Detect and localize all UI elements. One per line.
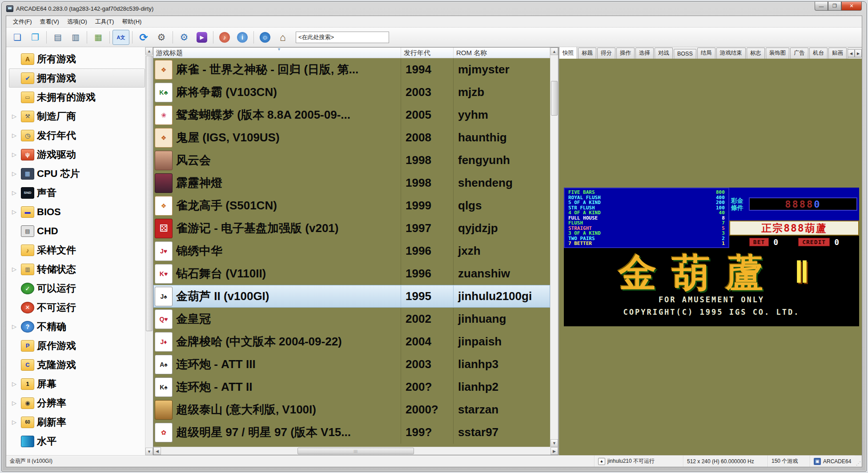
snapshot-tab[interactable]: 标题	[578, 48, 596, 59]
icon-view-button[interactable]: ▦	[90, 30, 107, 45]
tab-scroll-left-icon[interactable]: ◀	[848, 49, 855, 57]
snapshot-tab[interactable]: 机台	[809, 48, 828, 59]
menu-item[interactable]: 工具(T)	[91, 16, 118, 28]
expander-arrow-icon[interactable]: ▷	[10, 132, 18, 139]
restore-button[interactable]: ❐	[828, 2, 841, 11]
expander-arrow-icon[interactable]: ▷	[10, 419, 18, 425]
column-header-year[interactable]: 发行年代	[401, 48, 454, 58]
game-row[interactable]: K♣ 麻将争霸 (V103CN) 2003 mjzb	[153, 81, 550, 104]
snapshot-tab[interactable]: 标志	[747, 48, 765, 59]
tab-scroll-right-icon[interactable]: ▶	[855, 49, 862, 57]
menu-item[interactable]: 选项(O)	[63, 16, 91, 28]
scroll-down-icon[interactable]: ▼	[145, 448, 153, 455]
snapshot-tab[interactable]: 操作	[616, 48, 635, 59]
snapshot-tab[interactable]: 选择	[635, 48, 654, 59]
sidebar-item[interactable]: ▷ SND 声音	[9, 183, 145, 202]
scroll-up-icon[interactable]: ▲	[145, 47, 153, 55]
game-row[interactable]: J♠ 金葫芦 II (v100GI) 1995 jinhulu2100gi	[153, 285, 550, 308]
sidebar-item[interactable]: 水平	[9, 432, 145, 451]
close-button[interactable]: ✕	[841, 2, 862, 11]
home-button[interactable]: ⌂	[274, 30, 291, 45]
game-row[interactable]: K♥ 钻石舞台 (V110II) 1996 zuanshiw	[153, 262, 550, 285]
snapshot-tab[interactable]: 结局	[697, 48, 715, 59]
sidebar-scrollbar[interactable]: ▲ ▼	[145, 47, 153, 455]
game-row[interactable]: Q♥ 金皇冠 2002 jinhuang	[153, 308, 550, 330]
expander-arrow-icon[interactable]: ▷	[10, 266, 18, 273]
sidebar-item[interactable]: ▷ 1 屏幕	[9, 374, 145, 393]
game-row[interactable]: 超级泰山 (意大利版, V100I) 2000? starzan	[153, 398, 550, 421]
scroll-left-icon[interactable]: ◀	[153, 447, 161, 455]
game-row[interactable]: J♥ 锦绣中华 1996 jxzh	[153, 240, 550, 262]
scrollbar-thumb[interactable]	[146, 56, 153, 331]
sidebar-item[interactable]: ▷ ▬ BIOS	[9, 202, 145, 221]
sidebar-item[interactable]: ▷ ⚒ 制造厂商	[9, 107, 145, 126]
snapshot-tab[interactable]: 广告	[790, 48, 808, 59]
refresh-button[interactable]: ⟳	[135, 30, 152, 45]
expander-arrow-icon[interactable]: ▷	[10, 400, 18, 406]
minimize-button[interactable]: —	[815, 2, 828, 11]
sidebar-item[interactable]: ▷ ▦ CPU 芯片	[9, 164, 145, 183]
video-button[interactable]: ▶	[193, 30, 210, 45]
expander-arrow-icon[interactable]: ▷	[10, 151, 18, 158]
snapshot-tab[interactable]: 得分	[597, 48, 615, 59]
game-row[interactable]: J♦ 金牌梭哈 (中文版本 2004-09-22) 2004 jinpaish	[153, 330, 550, 353]
game-row[interactable]: ❖ 鬼屋 (IGS, V109US) 2008 haunthig	[153, 126, 550, 149]
snapshot-tab[interactable]: 装饰图	[766, 48, 790, 59]
sidebar-item[interactable]: ✕ 不可运行	[9, 298, 145, 317]
expander-arrow-icon[interactable]: ▷	[10, 113, 18, 120]
sidebar-item[interactable]: ▷ ◷ 发行年代	[9, 126, 145, 145]
sidebar-item[interactable]: ✓ 可以运行	[9, 279, 145, 298]
menu-item[interactable]: 查看(V)	[36, 16, 63, 28]
snapshot-tab[interactable]: 游戏结束	[716, 48, 746, 59]
expander-arrow-icon[interactable]: ▷	[10, 170, 18, 177]
scroll-down-icon[interactable]: ▼	[551, 439, 558, 447]
sidebar-item[interactable]: ▤ CHD	[9, 221, 145, 241]
menu-item[interactable]: 文件(F)	[9, 16, 36, 28]
audio-button[interactable]: ♪	[216, 30, 233, 45]
details-view-button[interactable]: ▤	[49, 30, 66, 45]
scroll-right-icon[interactable]: ▶	[551, 447, 558, 455]
view-pane-button[interactable]: ❏	[9, 30, 26, 45]
sidebar-item[interactable]: ▷ ◉ 分辨率	[9, 393, 145, 413]
list-view-button[interactable]: ▥	[67, 30, 84, 45]
snapshot-tab[interactable]: 对战	[655, 48, 673, 59]
game-row[interactable]: ✿ 超级明星 97 / 明星 97 (版本 V15... 199? sstar9…	[153, 421, 550, 444]
scrollbar-thumb[interactable]: |||	[297, 448, 414, 454]
sidebar-item[interactable]: ✔ 拥有游戏	[9, 68, 145, 88]
default-options-button[interactable]: ⚙	[176, 30, 193, 45]
column-header-title[interactable]: 游戏标题 ▼	[153, 48, 401, 58]
expander-arrow-icon[interactable]: ▷	[10, 381, 18, 387]
sidebar-item[interactable]: A 所有游戏	[9, 49, 145, 68]
expander-arrow-icon[interactable]: ▷	[10, 323, 18, 330]
scrollbar-thumb[interactable]	[551, 81, 558, 116]
sidebar-item[interactable]: ▷ ψ 游戏驱动	[9, 145, 145, 164]
sidebar-item[interactable]: ♪ 采样文件	[9, 241, 145, 260]
column-header-rom[interactable]: ROM 名称	[454, 48, 550, 58]
sidebar-item[interactable]: ▷ ▥ 转储状态	[9, 260, 145, 279]
expander-arrow-icon[interactable]: ▷	[10, 208, 18, 215]
game-row[interactable]: K♠ 连环炮 - ATT II 200? lianhp2	[153, 376, 550, 398]
game-row[interactable]: ❖ 雀龙高手 (S501CN) 1999 qlgs	[153, 194, 550, 217]
snapshot-tab[interactable]: 快照	[559, 47, 577, 59]
sidebar-item[interactable]: C 克隆游戏	[9, 355, 145, 374]
translate-button[interactable]: A文	[113, 30, 129, 45]
options-button[interactable]: ⚙	[153, 30, 170, 45]
game-row[interactable]: A♠ 连环炮 - ATT III 2003 lianhp3	[153, 353, 550, 376]
sidebar-item[interactable]: ▷ ? 不精确	[9, 317, 145, 336]
title-bar[interactable]: ARCADE64 0.283.0 (tag283-142-gaf70d28c53…	[2, 2, 866, 15]
snapshot-tab[interactable]: 贴画	[828, 48, 847, 59]
resize-grip[interactable]: ⋰	[855, 456, 862, 467]
game-row[interactable]: 霹靂神燈 1998 shendeng	[153, 172, 550, 194]
menu-item[interactable]: 帮助(H)	[118, 16, 145, 28]
info-button[interactable]: i	[234, 30, 251, 45]
sidebar-item[interactable]: P 原作游戏	[9, 336, 145, 355]
view-pane-filled-button[interactable]: ❐	[27, 30, 44, 45]
game-row[interactable]: ⚄ 雀游记 - 电子基盘加强版 (v201) 1997 qyjdzjp	[153, 217, 550, 240]
sidebar-item[interactable]: ▭ 未拥有的游戏	[9, 88, 145, 107]
scroll-up-icon[interactable]: ▲	[551, 48, 558, 55]
accessibility-button[interactable]: ☺	[257, 30, 273, 45]
list-scrollbar[interactable]: ▲ ▼	[550, 48, 558, 447]
expander-arrow-icon[interactable]: ▷	[10, 189, 18, 196]
list-horizontal-scrollbar[interactable]: ◀ ||| ▶	[153, 447, 558, 455]
search-input[interactable]	[296, 32, 389, 43]
